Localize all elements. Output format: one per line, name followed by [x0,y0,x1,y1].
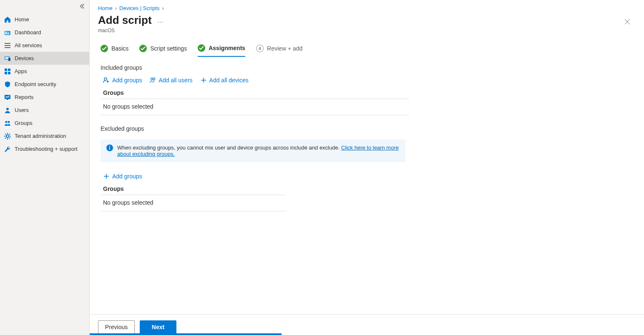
sidebar-item-label: Reports [15,94,34,100]
svg-rect-2 [8,33,9,34]
sidebar: Home Dashboard All services Devices Apps… [0,0,90,335]
svg-point-21 [153,78,155,80]
svg-rect-8 [5,72,7,74]
excluded-add-groups-button[interactable]: Add groups [103,173,142,180]
plus-icon [103,173,110,180]
svg-rect-9 [8,72,10,74]
info-text: When excluding groups, you cannot mix us… [117,145,341,151]
step-number-icon: 4 [256,45,264,52]
included-groups-empty: No groups selected [101,99,409,115]
step-label: Assignments [209,45,245,51]
sidebar-item-troubleshooting[interactable]: Troubleshooting + support [0,142,89,155]
excluded-groups-heading: Excluded groups [101,125,636,132]
included-groups-heading: Included groups [101,64,636,71]
breadcrumb-home[interactable]: Home [98,5,113,11]
gear-icon [4,133,11,140]
action-label: Add all devices [209,77,249,84]
included-groups-label: Groups [101,87,636,99]
chevron-right-icon: › [162,5,164,11]
plus-icon [200,77,207,84]
close-button[interactable] [623,18,631,27]
step-script-settings[interactable]: Script settings [139,45,187,56]
sidebar-item-all-services[interactable]: All services [0,39,89,52]
info-banner: When excluding groups, you cannot mix us… [101,140,405,162]
svg-rect-6 [5,69,7,71]
add-all-devices-button[interactable]: Add all devices [200,77,249,84]
devices-icon [4,55,11,62]
previous-button[interactable]: Previous [98,320,135,334]
page-subtitle: macOS [90,27,644,33]
sidebar-item-label: Tenant administration [15,133,66,139]
sidebar-item-label: Users [15,107,29,113]
step-assignments[interactable]: Assignments [198,44,245,57]
sidebar-item-label: Apps [15,68,27,74]
wrench-icon [4,146,11,152]
home-icon [4,16,11,23]
sidebar-item-apps[interactable]: Apps [0,65,89,78]
sidebar-item-label: Dashboard [15,29,41,36]
list-icon [4,42,11,49]
sidebar-item-label: Groups [15,120,33,126]
sidebar-item-groups[interactable]: Groups [0,117,89,129]
reports-icon [4,94,11,101]
more-actions-button[interactable]: ··· [156,18,166,25]
add-person-icon [103,77,110,84]
step-basics[interactable]: Basics [101,45,128,56]
svg-rect-7 [8,69,10,71]
apps-icon [4,68,11,75]
svg-point-24 [109,146,110,147]
svg-point-19 [104,78,107,80]
sidebar-item-dashboard[interactable]: Dashboard [0,26,89,39]
svg-rect-23 [109,147,110,150]
sidebar-item-home[interactable]: Home [0,13,89,26]
sidebar-item-label: All services [15,42,42,48]
chevron-right-icon: › [115,5,117,11]
chevron-double-left-icon [79,3,85,9]
add-all-users-button[interactable]: Add all users [150,77,193,84]
svg-rect-1 [5,32,7,34]
close-icon [624,18,631,25]
step-label: Script settings [150,45,187,52]
sidebar-item-users[interactable]: Users [0,104,89,117]
sidebar-item-tenant-admin[interactable]: Tenant administration [0,129,89,142]
main-content: Home › Devices | Scripts › Add script ··… [90,0,644,335]
check-icon [101,45,108,52]
sidebar-item-devices[interactable]: Devices [0,52,89,65]
next-button[interactable]: Next [140,320,176,334]
user-icon [4,107,11,114]
svg-rect-5 [8,58,10,61]
excluded-groups-label: Groups [101,183,636,195]
sidebar-item-label: Home [15,16,29,23]
step-review-add[interactable]: 4 Review + add [256,45,302,56]
add-groups-button[interactable]: Add groups [103,77,142,84]
shield-icon [4,81,11,88]
svg-point-20 [151,78,153,80]
svg-rect-11 [7,99,8,100]
info-icon [106,145,113,152]
sidebar-item-label: Endpoint security [15,81,56,87]
sidebar-item-reports[interactable]: Reports [0,91,89,104]
svg-point-14 [8,121,10,123]
step-label: Review + add [267,45,302,52]
dashboard-icon [4,29,11,36]
step-label: Basics [111,45,128,52]
breadcrumb-devices-scripts[interactable]: Devices | Scripts [119,5,160,11]
check-icon [198,44,205,52]
sidebar-item-label: Devices [15,55,34,61]
breadcrumb: Home › Devices | Scripts › [90,0,644,13]
excluded-groups-empty: No groups selected [101,195,286,211]
svg-point-13 [5,121,8,123]
action-label: Add groups [112,173,142,180]
wizard-footer: Previous Next [90,314,644,335]
action-label: Add all users [159,77,193,84]
svg-point-15 [6,135,9,137]
sidebar-collapse-button[interactable] [75,1,89,13]
sidebar-item-endpoint-security[interactable]: Endpoint security [0,78,89,91]
step-tabs: Basics Script settings Assignments 4 Rev… [101,44,636,57]
page-title: Add script [98,14,152,27]
progress-line [90,333,282,335]
svg-point-12 [6,108,9,110]
check-icon [139,45,147,52]
sidebar-item-label: Troubleshooting + support [15,146,78,152]
add-users-icon [150,77,156,84]
